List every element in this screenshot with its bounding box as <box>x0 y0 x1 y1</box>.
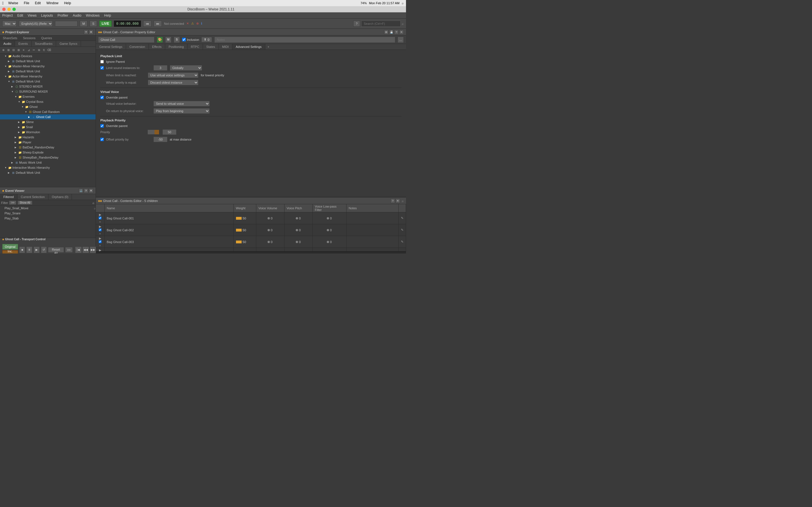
notes-input[interactable] <box>214 37 395 43</box>
row-weight-0[interactable]: 50 <box>234 212 256 224</box>
row-vlpf-1[interactable]: 0 <box>312 224 346 236</box>
arrow-hazards[interactable]: ▶ <box>15 136 18 138</box>
tree-surround-mixer[interactable]: ▼ ⬡ SURROUND MIXER <box>0 89 96 94</box>
windows-menu[interactable]: Windows <box>86 13 100 17</box>
show-all-btn[interactable]: Show All <box>17 201 32 205</box>
back-btn[interactable]: ◀◀ <box>82 246 89 253</box>
ev-orphans-tab[interactable]: Orphans (0) <box>49 194 72 200</box>
tree-sheepbah[interactable]: ▶ ⚄ SheepBah_RandomDelay <box>0 155 96 160</box>
next-btn[interactable]: >> <box>65 247 73 252</box>
live-button[interactable]: LIVE <box>99 20 112 27</box>
arrow-audio-devices-wu[interactable]: ▶ <box>8 60 11 62</box>
search-icon[interactable]: ⌕ <box>402 1 404 5</box>
tree-interactive-music-wu[interactable]: ▶ ⊞ Default Work Unit <box>0 170 96 175</box>
language-select[interactable]: English(US) (Refere… <box>19 20 53 27</box>
s-toolbar-btn[interactable]: S <box>90 20 97 27</box>
help-menu[interactable]: Help <box>63 1 72 5</box>
tree-mastermixer[interactable]: ▼ 📁 Master-Mixer Hierarchy <box>0 64 96 69</box>
tab-effects[interactable]: Effects <box>149 44 165 50</box>
wwise-menu[interactable]: Wwise <box>7 1 19 5</box>
tab-midi[interactable]: MIDI <box>219 44 232 50</box>
table-row[interactable]: ▶ ✕ Bag Ghost Call-001 50 0 0 0 <box>96 212 406 224</box>
table-row[interactable]: ▶ ✕ Bag Ghost Call-002 50 0 0 0 <box>96 224 406 236</box>
arrow-ghost-call-random[interactable]: ▼ <box>25 111 28 113</box>
play-btn[interactable]: ▶ <box>34 246 40 253</box>
limit-scope-select[interactable]: Globally Per Game Object <box>170 65 202 71</box>
platform-select[interactable]: Mac <box>2 20 17 27</box>
toolbar-slider[interactable] <box>55 21 78 26</box>
ce-close-btn[interactable]: ✕ <box>399 30 404 34</box>
tree-enemies[interactable]: ▼ 📁 Enemies <box>0 94 96 99</box>
row-expand-1[interactable]: ▶ <box>99 225 101 228</box>
prev-track-btn[interactable]: |◀ <box>75 246 82 253</box>
arrow-player[interactable]: ▶ <box>15 141 18 144</box>
arrow-ghost[interactable]: ▼ <box>21 106 25 108</box>
transport-forward-btn[interactable]: ⏭ <box>154 20 162 27</box>
grid-icon[interactable]: ⊞ <box>16 48 21 52</box>
col-voice-lpf[interactable]: Voice Low-pass Filter <box>312 204 346 212</box>
tree-interactive-music[interactable]: ▼ 📁 Interactive Music Hierarchy <box>0 165 96 170</box>
tree-actormixer[interactable]: ▼ 📁 Actor-Mixer Hierarchy <box>0 74 96 79</box>
original-tab[interactable]: Original <box>2 244 18 249</box>
delete-icon[interactable]: ⌫ <box>47 48 51 52</box>
col-weight[interactable]: Weight <box>234 204 256 212</box>
ev-close-btn[interactable]: ✕ <box>89 188 93 193</box>
row-vlpf-3[interactable]: 0 <box>312 248 346 251</box>
layouts-menu[interactable]: Layouts <box>41 13 53 17</box>
m-toolbar-btn[interactable]: M <box>80 20 87 27</box>
tab-add-btn[interactable]: + <box>265 44 271 50</box>
contents-scrollbar[interactable] <box>96 251 406 253</box>
tab-audio[interactable]: Audio <box>0 41 15 47</box>
fwd-btn[interactable]: ▶▶ <box>90 246 96 253</box>
sharesets-tab[interactable]: ShareSets <box>0 36 20 41</box>
row-vvolume-3[interactable]: 0 <box>256 248 284 251</box>
audio-menu[interactable]: Audio <box>73 13 82 17</box>
help-app-menu[interactable]: Help <box>104 13 111 17</box>
row-vpitch-2[interactable]: 0 <box>284 236 312 248</box>
row-edit-3[interactable]: ✎ <box>399 248 406 251</box>
table-row[interactable]: ▶ ✕ Bag Ghost Call-003 50 0 0 0 <box>96 236 406 248</box>
tab-states[interactable]: States <box>203 44 219 50</box>
vv-behavior-select[interactable]: Send to virtual voice Kill voice <box>153 101 210 107</box>
table-row[interactable]: ▶ ✕ Bag Ghost Call-004 50 0 0 0 <box>96 248 406 251</box>
edit-menu[interactable]: Edit <box>34 1 42 5</box>
tab-general-settings[interactable]: General Settings <box>96 44 126 50</box>
arrow-mastermixer-wu[interactable]: ▶ <box>8 70 11 73</box>
new-icon[interactable]: ⊕ <box>1 48 6 52</box>
solo-btn[interactable]: S <box>174 37 180 43</box>
row-edit-0[interactable]: ✎ <box>399 212 406 224</box>
tree-ghost-call[interactable]: ▶ ♪ Ghost Call <box>0 114 96 119</box>
row-mute-1[interactable]: ✕ <box>99 232 101 235</box>
file-menu[interactable]: File <box>22 1 30 5</box>
window-menu[interactable]: Window <box>45 1 60 5</box>
arrow-actormixer[interactable]: ▼ <box>4 75 8 78</box>
close-button[interactable] <box>2 8 6 11</box>
tree-player[interactable]: ▶ 📁 Player <box>0 140 96 145</box>
row-vvolume-1[interactable]: 0 <box>256 224 284 236</box>
arrow-actormixer-wu[interactable]: ▼ <box>8 80 11 83</box>
tree-music-wu[interactable]: ▶ ⊞ Music Work Unit <box>0 160 96 165</box>
project-tree[interactable]: ▼ 📁 Audio Devices ▶ ⊞ Default Work Unit <box>0 54 96 187</box>
ev-anchor-btn[interactable]: ⚓ <box>79 188 83 193</box>
row-weight-2[interactable]: 50 <box>234 236 256 248</box>
more-options-btn[interactable]: … <box>398 37 404 43</box>
tree-snail[interactable]: ▶ 📁 Snail <box>0 124 96 129</box>
arrow-interactive-music[interactable]: ▼ <box>4 166 8 169</box>
row-weight-1[interactable]: 50 <box>234 224 256 236</box>
row-expand-3[interactable]: ▶ <box>99 248 101 251</box>
stop-btn[interactable]: ■ <box>19 246 26 253</box>
row-vlpf-0[interactable]: 0 <box>312 212 346 224</box>
ce-import-btn[interactable]: ⊞ <box>384 30 389 34</box>
minimize-button[interactable] <box>7 8 11 11</box>
tree-ghost-call-random[interactable]: ▼ ⚄ Ghost Call Random <box>0 109 96 114</box>
priority-slider[interactable] <box>148 130 159 134</box>
row-edit-1[interactable]: ✎ <box>399 224 406 236</box>
tree-wormulon[interactable]: ▶ 📁 Wormulon <box>0 129 96 135</box>
row-vpitch-1[interactable]: 0 <box>284 224 312 236</box>
arrow-crystal-boss[interactable]: ▼ <box>18 101 21 103</box>
row-expand-2[interactable]: ▶ <box>99 237 101 240</box>
row-expand-0[interactable]: ▶ <box>99 213 101 216</box>
list-icon[interactable]: ≡ <box>21 48 26 52</box>
col-name[interactable]: Name <box>104 204 234 212</box>
event-search-icon[interactable]: ⌕ <box>94 207 96 210</box>
